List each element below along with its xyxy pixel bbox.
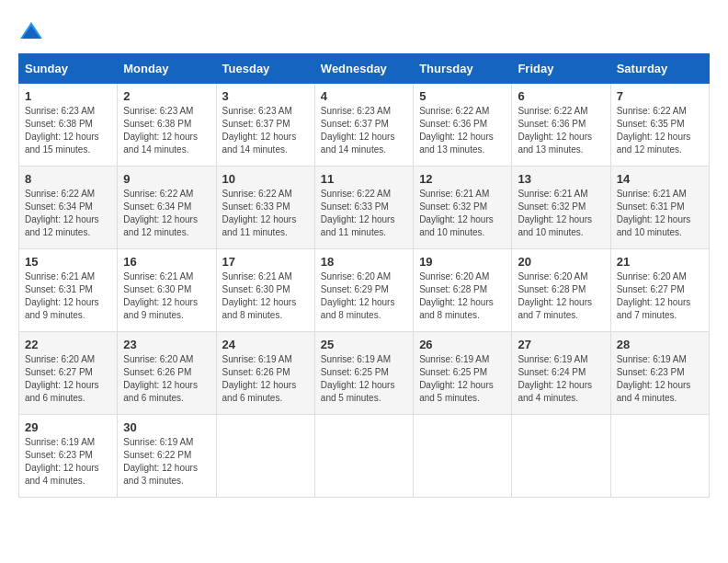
calendar-cell: 5Sunrise: 6:22 AMSunset: 6:36 PMDaylight… xyxy=(414,84,512,167)
logo-icon xyxy=(18,18,44,44)
cell-details: Sunrise: 6:23 AMSunset: 6:38 PMDaylight:… xyxy=(123,105,210,156)
calendar-header-row: SundayMondayTuesdayWednesdayThursdayFrid… xyxy=(19,54,710,84)
cell-details: Sunrise: 6:22 AMSunset: 6:35 PMDaylight:… xyxy=(617,105,703,156)
calendar-cell: 6Sunrise: 6:22 AMSunset: 6:36 PMDaylight… xyxy=(512,84,610,167)
cell-details: Sunrise: 6:23 AMSunset: 6:38 PMDaylight:… xyxy=(25,105,111,156)
cell-details: Sunrise: 6:23 AMSunset: 6:37 PMDaylight:… xyxy=(321,105,407,156)
calendar-cell: 19Sunrise: 6:20 AMSunset: 6:28 PMDayligh… xyxy=(414,249,512,332)
cell-details: Sunrise: 6:21 AMSunset: 6:31 PMDaylight:… xyxy=(25,270,111,322)
cell-details: Sunrise: 6:20 AMSunset: 6:28 PMDaylight:… xyxy=(518,270,604,322)
day-number: 11 xyxy=(321,172,407,186)
cell-details: Sunrise: 6:22 AMSunset: 6:33 PMDaylight:… xyxy=(222,188,309,239)
calendar-cell: 30Sunrise: 6:19 AMSunset: 6:22 PMDayligh… xyxy=(118,415,216,498)
cell-details: Sunrise: 6:22 AMSunset: 6:34 PMDaylight:… xyxy=(25,188,111,239)
calendar-cell: 22Sunrise: 6:20 AMSunset: 6:27 PMDayligh… xyxy=(19,332,118,415)
calendar-cell xyxy=(610,415,709,498)
calendar-cell xyxy=(414,415,512,498)
cell-details: Sunrise: 6:19 AMSunset: 6:26 PMDaylight:… xyxy=(222,353,309,405)
calendar-cell: 26Sunrise: 6:19 AMSunset: 6:25 PMDayligh… xyxy=(414,332,512,415)
week-row-5: 29Sunrise: 6:19 AMSunset: 6:23 PMDayligh… xyxy=(19,415,710,498)
calendar-cell: 29Sunrise: 6:19 AMSunset: 6:23 PMDayligh… xyxy=(19,415,118,498)
cell-details: Sunrise: 6:20 AMSunset: 6:26 PMDaylight:… xyxy=(123,353,210,405)
column-header-friday: Friday xyxy=(512,54,610,84)
day-number: 5 xyxy=(419,89,506,103)
cell-details: Sunrise: 6:19 AMSunset: 6:23 PMDaylight:… xyxy=(25,436,111,488)
column-header-sunday: Sunday xyxy=(19,54,118,84)
day-number: 20 xyxy=(518,255,604,269)
day-number: 16 xyxy=(123,255,210,269)
calendar-cell: 16Sunrise: 6:21 AMSunset: 6:30 PMDayligh… xyxy=(118,249,216,332)
cell-details: Sunrise: 6:21 AMSunset: 6:31 PMDaylight:… xyxy=(617,188,703,239)
cell-details: Sunrise: 6:22 AMSunset: 6:34 PMDaylight:… xyxy=(123,188,210,239)
calendar-cell: 15Sunrise: 6:21 AMSunset: 6:31 PMDayligh… xyxy=(19,249,118,332)
calendar-cell: 8Sunrise: 6:22 AMSunset: 6:34 PMDaylight… xyxy=(19,167,118,249)
cell-details: Sunrise: 6:21 AMSunset: 6:32 PMDaylight:… xyxy=(518,188,604,239)
day-number: 13 xyxy=(518,172,604,186)
calendar-cell: 28Sunrise: 6:19 AMSunset: 6:23 PMDayligh… xyxy=(610,332,709,415)
day-number: 2 xyxy=(123,89,210,103)
calendar-cell: 25Sunrise: 6:19 AMSunset: 6:25 PMDayligh… xyxy=(314,332,413,415)
cell-details: Sunrise: 6:19 AMSunset: 6:25 PMDaylight:… xyxy=(321,353,407,405)
day-number: 30 xyxy=(123,420,210,434)
day-number: 29 xyxy=(25,420,111,434)
day-number: 1 xyxy=(25,89,111,103)
calendar-cell: 11Sunrise: 6:22 AMSunset: 6:33 PMDayligh… xyxy=(314,167,413,249)
calendar-cell: 1Sunrise: 6:23 AMSunset: 6:38 PMDaylight… xyxy=(19,84,118,167)
day-number: 28 xyxy=(617,338,703,351)
day-number: 18 xyxy=(321,255,407,269)
day-number: 19 xyxy=(419,255,506,269)
calendar-cell: 23Sunrise: 6:20 AMSunset: 6:26 PMDayligh… xyxy=(118,332,216,415)
cell-details: Sunrise: 6:22 AMSunset: 6:36 PMDaylight:… xyxy=(419,105,506,156)
cell-details: Sunrise: 6:19 AMSunset: 6:22 PMDaylight:… xyxy=(123,436,210,488)
day-number: 26 xyxy=(419,338,506,351)
cell-details: Sunrise: 6:21 AMSunset: 6:30 PMDaylight:… xyxy=(123,270,210,322)
cell-details: Sunrise: 6:19 AMSunset: 6:25 PMDaylight:… xyxy=(419,353,506,405)
calendar-table: SundayMondayTuesdayWednesdayThursdayFrid… xyxy=(18,53,710,498)
cell-details: Sunrise: 6:21 AMSunset: 6:32 PMDaylight:… xyxy=(419,188,506,239)
calendar-cell: 12Sunrise: 6:21 AMSunset: 6:32 PMDayligh… xyxy=(414,167,512,249)
cell-details: Sunrise: 6:20 AMSunset: 6:27 PMDaylight:… xyxy=(25,353,111,405)
cell-details: Sunrise: 6:22 AMSunset: 6:36 PMDaylight:… xyxy=(518,105,604,156)
calendar-cell xyxy=(216,415,314,498)
column-header-tuesday: Tuesday xyxy=(216,54,314,84)
calendar-cell: 14Sunrise: 6:21 AMSunset: 6:31 PMDayligh… xyxy=(610,167,709,249)
logo xyxy=(18,18,48,44)
cell-details: Sunrise: 6:22 AMSunset: 6:33 PMDaylight:… xyxy=(321,188,407,239)
day-number: 24 xyxy=(222,338,309,351)
calendar-cell xyxy=(512,415,610,498)
day-number: 6 xyxy=(518,89,604,103)
calendar-cell: 17Sunrise: 6:21 AMSunset: 6:30 PMDayligh… xyxy=(216,249,314,332)
calendar-cell xyxy=(314,415,413,498)
cell-details: Sunrise: 6:23 AMSunset: 6:37 PMDaylight:… xyxy=(222,105,309,156)
week-row-1: 1Sunrise: 6:23 AMSunset: 6:38 PMDaylight… xyxy=(19,84,710,167)
calendar-cell: 9Sunrise: 6:22 AMSunset: 6:34 PMDaylight… xyxy=(118,167,216,249)
cell-details: Sunrise: 6:20 AMSunset: 6:29 PMDaylight:… xyxy=(321,270,407,322)
day-number: 14 xyxy=(617,172,703,186)
cell-details: Sunrise: 6:19 AMSunset: 6:24 PMDaylight:… xyxy=(518,353,604,405)
calendar-cell: 4Sunrise: 6:23 AMSunset: 6:37 PMDaylight… xyxy=(314,84,413,167)
header xyxy=(18,18,710,44)
calendar-cell: 7Sunrise: 6:22 AMSunset: 6:35 PMDaylight… xyxy=(610,84,709,167)
day-number: 10 xyxy=(222,172,309,186)
day-number: 17 xyxy=(222,255,309,269)
calendar-cell: 10Sunrise: 6:22 AMSunset: 6:33 PMDayligh… xyxy=(216,167,314,249)
calendar-cell: 21Sunrise: 6:20 AMSunset: 6:27 PMDayligh… xyxy=(610,249,709,332)
day-number: 22 xyxy=(25,338,111,351)
cell-details: Sunrise: 6:21 AMSunset: 6:30 PMDaylight:… xyxy=(222,270,309,322)
calendar-cell: 2Sunrise: 6:23 AMSunset: 6:38 PMDaylight… xyxy=(118,84,216,167)
day-number: 9 xyxy=(123,172,210,186)
week-row-3: 15Sunrise: 6:21 AMSunset: 6:31 PMDayligh… xyxy=(19,249,710,332)
calendar-cell: 24Sunrise: 6:19 AMSunset: 6:26 PMDayligh… xyxy=(216,332,314,415)
day-number: 8 xyxy=(25,172,111,186)
day-number: 12 xyxy=(419,172,506,186)
day-number: 3 xyxy=(222,89,309,103)
column-header-saturday: Saturday xyxy=(610,54,709,84)
week-row-2: 8Sunrise: 6:22 AMSunset: 6:34 PMDaylight… xyxy=(19,167,710,249)
day-number: 7 xyxy=(617,89,703,103)
cell-details: Sunrise: 6:20 AMSunset: 6:28 PMDaylight:… xyxy=(419,270,506,322)
calendar-cell: 27Sunrise: 6:19 AMSunset: 6:24 PMDayligh… xyxy=(512,332,610,415)
column-header-thursday: Thursday xyxy=(414,54,512,84)
calendar-cell: 18Sunrise: 6:20 AMSunset: 6:29 PMDayligh… xyxy=(314,249,413,332)
day-number: 15 xyxy=(25,255,111,269)
cell-details: Sunrise: 6:20 AMSunset: 6:27 PMDaylight:… xyxy=(617,270,703,322)
